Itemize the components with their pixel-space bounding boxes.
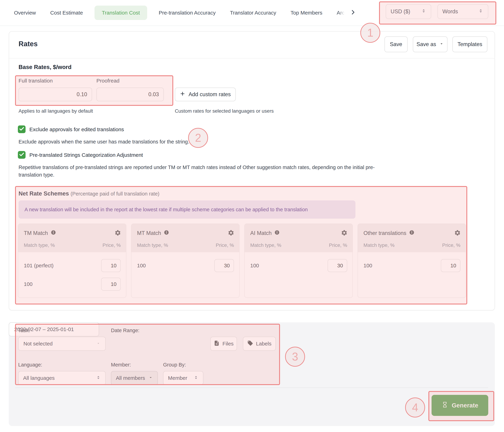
tab-archived-truncated[interactable]: Arc — [337, 10, 345, 16]
other-translations-100-price-input[interactable] — [441, 259, 460, 272]
save-as-button[interactable]: Save as — [413, 37, 448, 52]
exclude-approvals-label[interactable]: Exclude approvals for edited translation… — [29, 126, 124, 132]
files-filter-button[interactable]: Files — [210, 337, 237, 351]
file-icon — [214, 340, 220, 347]
tab-translator-accuracy[interactable]: Translator Accuracy — [230, 10, 276, 16]
caret-down-icon — [148, 375, 153, 381]
group-by-label: Group By: — [163, 362, 186, 368]
exclude-approvals-description: Exclude approvals when the same user has… — [18, 138, 189, 146]
member-select[interactable]: All members — [111, 371, 158, 385]
net-rate-schemes-subtitle: (Percentage paid of full translation rat… — [71, 191, 159, 197]
mt-match-row-100: 100 — [137, 259, 234, 272]
currency-select[interactable]: USD ($) — [386, 4, 431, 19]
mt-match-card-title-row: MT Match — [137, 230, 169, 236]
base-rates-heading: Base Rates, $/word — [18, 64, 72, 70]
save-button-label: Save — [390, 41, 402, 47]
mt-match-100-price-input[interactable] — [214, 259, 234, 272]
other-translations-card: Other translations Match type, % Price, … — [358, 224, 466, 298]
caret-down-icon — [96, 341, 100, 347]
mt-match-card-header: MT Match Match type, % Price, % — [131, 224, 239, 252]
tab-cost-estimate[interactable]: Cost Estimate — [50, 10, 83, 16]
tab-translation-cost[interactable]: Translation Cost — [94, 6, 147, 20]
language-select-value: All languages — [23, 375, 54, 381]
save-as-button-label: Save as — [416, 41, 436, 47]
price-column-header: Price, % — [329, 243, 347, 248]
ai-match-card-title: AI Match — [250, 230, 272, 236]
tm-match-100-price-input[interactable] — [101, 278, 121, 291]
ai-match-card-columns: Match type, % Price, % — [250, 243, 347, 248]
group-by-select-value: Member — [168, 375, 187, 381]
full-translation-label: Full translation — [18, 78, 53, 84]
net-rate-schemes-title: Net Rate Schemes — [18, 190, 69, 197]
match-type-column-header: Match type, % — [363, 243, 395, 248]
gear-icon[interactable] — [341, 229, 348, 237]
match-type-value: 100 — [24, 281, 33, 287]
checkmark-icon — [19, 152, 25, 158]
report-unit-select[interactable]: Words — [438, 4, 488, 19]
tm-match-card-header: TM Match Match type, % Price, % — [18, 224, 126, 252]
member-label: Member: — [111, 362, 131, 368]
group-by-select[interactable]: Member — [163, 371, 203, 385]
tm-match-card-title-row: TM Match — [24, 230, 56, 236]
exclude-approvals-checkbox[interactable] — [18, 125, 26, 133]
ai-match-card: AI Match Match type, % Price, % 100 — [244, 224, 353, 298]
match-type-value: 100 — [363, 263, 372, 269]
proofread-rate-input[interactable] — [96, 88, 164, 101]
language-select[interactable]: All languages — [18, 371, 106, 385]
updown-arrows-icon — [421, 8, 426, 15]
rates-header-divider — [9, 58, 495, 58]
info-icon[interactable] — [51, 230, 56, 236]
files-filter-label: Files — [222, 341, 234, 347]
gear-icon[interactable] — [228, 229, 234, 237]
match-type-value: 100 — [137, 263, 146, 269]
report-unit-select-value: Words — [442, 9, 458, 15]
tab-pre-translation-accuracy[interactable]: Pre-translation Accuracy — [159, 10, 216, 16]
add-custom-rates-label: Add custom rates — [189, 91, 231, 98]
plus-icon — [180, 91, 185, 98]
gear-icon[interactable] — [115, 229, 121, 237]
tab-top-members[interactable]: Top Members — [290, 10, 322, 16]
pre-translated-adjustment-label[interactable]: Pre-translated Strings Categorization Ad… — [29, 152, 143, 158]
info-icon[interactable] — [409, 230, 414, 236]
tm-match-101-price-input[interactable] — [101, 259, 121, 272]
generate-button[interactable]: Generate — [432, 395, 488, 416]
templates-button[interactable]: Templates — [452, 37, 487, 52]
tm-match-card-columns: Match type, % Price, % — [24, 243, 121, 248]
pre-translated-adjustment-description: Repetitive translations of pre-translate… — [18, 164, 381, 179]
templates-button-label: Templates — [458, 41, 482, 47]
generate-button-label: Generate — [452, 402, 478, 409]
mt-match-card-columns: Match type, % Price, % — [137, 243, 234, 248]
other-translations-card-title: Other translations — [363, 230, 406, 236]
tabs-scroll-right-button[interactable] — [350, 9, 356, 17]
tm-match-row-100: 100 — [24, 278, 121, 291]
other-translations-card-title-row: Other translations — [363, 230, 414, 236]
info-icon[interactable] — [274, 230, 280, 236]
tag-icon — [247, 340, 253, 347]
pre-translated-adjustment-checkbox[interactable] — [18, 151, 26, 159]
other-translations-card-columns: Match type, % Price, % — [363, 243, 460, 248]
match-type-value: 100 — [250, 263, 259, 269]
currency-select-value: USD ($) — [391, 9, 410, 15]
language-label: Language: — [18, 362, 42, 368]
caret-down-icon — [439, 41, 444, 47]
ai-match-card-title-row: AI Match — [250, 230, 280, 236]
labels-filter-button[interactable]: Labels — [243, 337, 276, 351]
tab-overview[interactable]: Overview — [14, 10, 36, 16]
tm-match-row-101: 101 (perfect) — [24, 259, 121, 272]
updown-arrows-icon — [96, 375, 101, 381]
ai-match-100-price-input[interactable] — [328, 259, 347, 272]
lowest-rate-notice: A new translation will be included in th… — [18, 200, 355, 219]
add-custom-rates-button[interactable]: Add custom rates — [175, 88, 236, 101]
price-column-header: Price, % — [216, 243, 234, 248]
date-range-label: Date Range: — [111, 328, 139, 333]
task-select[interactable]: Not selected — [18, 337, 106, 351]
mt-match-card: MT Match Match type, % Price, % 100 — [131, 224, 240, 298]
gear-icon[interactable] — [454, 229, 461, 237]
save-button[interactable]: Save — [385, 37, 408, 52]
info-icon[interactable] — [164, 230, 169, 236]
full-translation-rate-input[interactable] — [18, 88, 92, 101]
price-column-header: Price, % — [442, 243, 460, 248]
rates-card: Rates Save Save as Templates Base Rates,… — [9, 31, 495, 310]
ai-match-row-100: 100 — [250, 259, 347, 272]
chevron-right-icon — [350, 9, 356, 17]
